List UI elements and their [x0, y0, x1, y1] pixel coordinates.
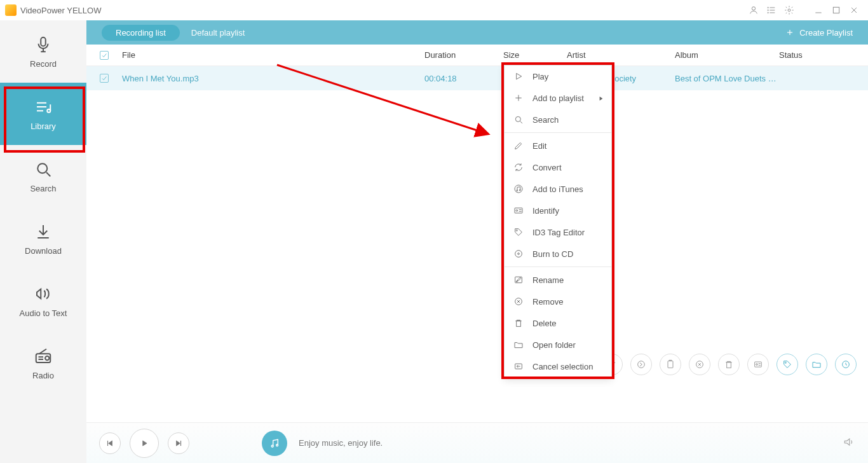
maximize-button[interactable]	[827, 1, 845, 19]
tab-recording-list[interactable]: Recording list	[102, 25, 180, 41]
tool-clipboard-button[interactable]	[660, 354, 681, 375]
menu-separator	[505, 266, 611, 267]
tool-remove-button[interactable]	[689, 354, 710, 375]
svg-point-47	[515, 116, 520, 121]
menu-search[interactable]: Search	[505, 109, 611, 130]
column-duration[interactable]: Duration	[424, 50, 503, 60]
folder-icon	[512, 338, 525, 351]
column-status[interactable]: Status	[779, 50, 868, 60]
menu-separator	[505, 132, 611, 133]
tool-history-button[interactable]	[835, 354, 857, 375]
svg-marker-43	[517, 73, 522, 79]
cell-duration: 00:04:18	[424, 74, 503, 83]
menu-delete[interactable]: Delete	[505, 312, 611, 334]
row-checkbox[interactable]	[100, 74, 109, 83]
svg-point-58	[518, 253, 520, 255]
convert-icon	[512, 161, 525, 174]
svg-point-73	[271, 445, 273, 447]
menu-add-to-itunes[interactable]: Add to iTunes	[505, 178, 611, 200]
svg-line-48	[520, 121, 522, 123]
sidebar-item-audio-to-text[interactable]: Audio to Text	[0, 270, 86, 332]
create-playlist-button[interactable]: Create Playlist	[785, 28, 853, 38]
column-size[interactable]: Size	[503, 50, 567, 60]
next-track-button[interactable]	[168, 432, 189, 454]
settings-icon[interactable]	[780, 1, 798, 19]
tab-bar: Recording list Default playlist Create P…	[86, 20, 868, 45]
account-icon[interactable]	[745, 1, 763, 19]
list-icon[interactable]	[763, 1, 780, 19]
sidebar: Record Library Search Download Audio to …	[0, 20, 86, 463]
pencil-icon	[512, 139, 525, 152]
search-icon	[512, 113, 525, 126]
svg-marker-68	[109, 440, 112, 445]
sidebar-label-download: Download	[25, 246, 62, 256]
svg-point-41	[785, 362, 786, 363]
sidebar-item-library[interactable]: Library	[0, 83, 86, 145]
svg-point-0	[752, 7, 755, 10]
svg-rect-32	[668, 361, 673, 368]
tool-delete-button[interactable]	[718, 354, 740, 375]
play-button[interactable]	[130, 429, 159, 458]
svg-point-49	[515, 185, 522, 193]
close-button[interactable]	[845, 1, 863, 19]
sidebar-label-record: Record	[30, 59, 57, 69]
now-playing-text: Enjoy music, enjoy life.	[299, 438, 383, 448]
now-playing-icon	[262, 431, 287, 456]
svg-marker-46	[600, 96, 603, 100]
volume-button[interactable]	[843, 436, 855, 450]
titlebar: VideoPower YELLOW	[0, 0, 868, 20]
tool-tag-button[interactable]	[776, 354, 798, 375]
svg-point-57	[515, 251, 522, 258]
table-row[interactable]: When I Met You.mp3 00:04:18 7.75MB Apo H…	[86, 66, 868, 90]
svg-point-74	[276, 444, 278, 446]
table-header: File Duration Size Artist Album Status	[86, 45, 868, 66]
trash-icon	[512, 317, 525, 329]
sidebar-item-search[interactable]: Search	[0, 145, 86, 207]
create-playlist-label: Create Playlist	[799, 28, 853, 38]
sidebar-label-radio: Radio	[32, 371, 54, 380]
svg-rect-23	[36, 354, 51, 363]
column-artist[interactable]: Artist	[567, 50, 675, 60]
sidebar-item-record[interactable]: Record	[0, 20, 86, 83]
disc-icon	[512, 247, 525, 260]
sidebar-item-download[interactable]: Download	[0, 207, 86, 270]
svg-point-7	[788, 9, 790, 11]
select-all-checkbox[interactable]	[100, 51, 109, 60]
menu-edit[interactable]: Edit	[505, 135, 611, 156]
menu-play[interactable]: Play	[505, 66, 611, 87]
rename-icon	[512, 273, 525, 286]
sidebar-label-search: Search	[30, 184, 56, 193]
svg-point-4	[768, 7, 768, 8]
remove-icon	[512, 295, 525, 308]
svg-point-24	[45, 356, 49, 360]
prev-track-button[interactable]	[99, 432, 121, 454]
svg-point-53	[516, 210, 518, 212]
tool-folder-button[interactable]	[806, 354, 827, 375]
menu-convert[interactable]: Convert	[505, 156, 611, 178]
sidebar-label-library: Library	[31, 121, 56, 131]
tool-identify-button[interactable]	[747, 354, 769, 375]
menu-add-to-playlist[interactable]: Add to playlist	[505, 87, 611, 109]
svg-rect-9	[833, 7, 839, 13]
menu-cancel-selection[interactable]: Cancel selection	[505, 356, 611, 377]
itunes-icon	[512, 183, 525, 195]
cell-file: When I Met You.mp3	[122, 74, 424, 83]
tab-default-playlist[interactable]: Default playlist	[191, 28, 245, 38]
svg-point-56	[516, 230, 517, 231]
svg-marker-71	[177, 440, 180, 445]
tool-convert-button[interactable]	[630, 354, 652, 375]
menu-identify[interactable]: Identify	[505, 200, 611, 221]
minimize-button[interactable]	[810, 1, 827, 19]
menu-rename[interactable]: Rename	[505, 269, 611, 291]
column-album[interactable]: Album	[675, 50, 779, 60]
cell-album: Best of OPM Love Duets & ...	[675, 74, 779, 83]
plus-icon	[785, 28, 794, 37]
menu-burn-to-cd[interactable]: Burn to CD	[505, 243, 611, 265]
menu-remove[interactable]: Remove	[505, 291, 611, 312]
column-file[interactable]: File	[122, 50, 424, 60]
svg-line-20	[46, 172, 50, 176]
sidebar-item-radio[interactable]: Radio	[0, 332, 86, 394]
menu-open-folder[interactable]: Open folder	[505, 334, 611, 356]
svg-rect-63	[517, 321, 521, 327]
menu-id3-tag-editor[interactable]: ID3 Tag Editor	[505, 221, 611, 243]
